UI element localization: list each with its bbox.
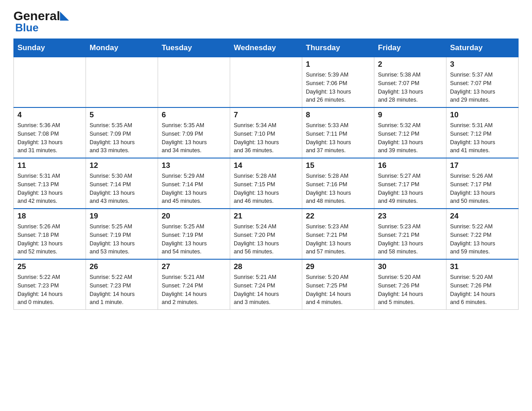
day-info: Sunrise: 5:28 AM Sunset: 7:16 PM Dayligh… xyxy=(306,172,370,206)
calendar-week-2: 4Sunrise: 5:36 AM Sunset: 7:08 PM Daylig… xyxy=(14,107,519,158)
day-number: 23 xyxy=(378,212,442,221)
calendar-cell: 28Sunrise: 5:21 AM Sunset: 7:24 PM Dayli… xyxy=(230,259,302,310)
day-number: 15 xyxy=(306,161,370,170)
calendar-cell xyxy=(86,57,158,108)
svg-marker-0 xyxy=(60,12,69,21)
calendar-header-friday: Friday xyxy=(374,39,446,57)
day-number: 31 xyxy=(450,262,515,271)
page-header: General Blue xyxy=(13,9,519,34)
calendar-cell: 27Sunrise: 5:21 AM Sunset: 7:24 PM Dayli… xyxy=(158,259,230,310)
day-number: 20 xyxy=(162,212,226,221)
day-number: 4 xyxy=(17,111,82,120)
day-number: 2 xyxy=(378,60,442,69)
calendar-week-5: 25Sunrise: 5:22 AM Sunset: 7:23 PM Dayli… xyxy=(14,259,519,310)
calendar-header-sunday: Sunday xyxy=(14,39,86,57)
day-number: 7 xyxy=(234,111,298,120)
day-info: Sunrise: 5:22 AM Sunset: 7:23 PM Dayligh… xyxy=(17,273,82,307)
calendar-header-tuesday: Tuesday xyxy=(158,39,230,57)
day-info: Sunrise: 5:37 AM Sunset: 7:07 PM Dayligh… xyxy=(450,71,515,104)
calendar-header-monday: Monday xyxy=(86,39,158,57)
day-number: 24 xyxy=(450,212,515,221)
calendar-week-1: 1Sunrise: 5:39 AM Sunset: 7:06 PM Daylig… xyxy=(14,57,519,108)
calendar-cell: 26Sunrise: 5:22 AM Sunset: 7:23 PM Dayli… xyxy=(86,259,158,310)
day-info: Sunrise: 5:32 AM Sunset: 7:12 PM Dayligh… xyxy=(378,121,442,155)
calendar-cell: 17Sunrise: 5:26 AM Sunset: 7:17 PM Dayli… xyxy=(446,158,519,209)
calendar-week-4: 18Sunrise: 5:26 AM Sunset: 7:18 PM Dayli… xyxy=(14,209,519,259)
calendar-cell: 24Sunrise: 5:22 AM Sunset: 7:22 PM Dayli… xyxy=(446,209,519,259)
calendar-cell: 6Sunrise: 5:35 AM Sunset: 7:09 PM Daylig… xyxy=(158,107,230,158)
calendar-cell: 5Sunrise: 5:35 AM Sunset: 7:09 PM Daylig… xyxy=(86,107,158,158)
day-number: 21 xyxy=(234,212,298,221)
calendar-header-wednesday: Wednesday xyxy=(230,39,302,57)
day-number: 8 xyxy=(306,111,370,120)
day-number: 27 xyxy=(162,262,226,271)
day-info: Sunrise: 5:22 AM Sunset: 7:23 PM Dayligh… xyxy=(90,273,154,307)
day-info: Sunrise: 5:38 AM Sunset: 7:07 PM Dayligh… xyxy=(378,71,442,104)
calendar-cell: 19Sunrise: 5:25 AM Sunset: 7:19 PM Dayli… xyxy=(86,209,158,259)
logo-triangle-icon xyxy=(60,12,69,21)
day-number: 19 xyxy=(90,212,154,221)
calendar-cell: 1Sunrise: 5:39 AM Sunset: 7:06 PM Daylig… xyxy=(302,57,374,108)
calendar-cell: 8Sunrise: 5:33 AM Sunset: 7:11 PM Daylig… xyxy=(302,107,374,158)
day-info: Sunrise: 5:23 AM Sunset: 7:21 PM Dayligh… xyxy=(306,223,370,256)
logo: General Blue xyxy=(13,9,69,34)
calendar-cell: 15Sunrise: 5:28 AM Sunset: 7:16 PM Dayli… xyxy=(302,158,374,209)
day-info: Sunrise: 5:31 AM Sunset: 7:13 PM Dayligh… xyxy=(17,172,82,206)
calendar-header-row: SundayMondayTuesdayWednesdayThursdayFrid… xyxy=(14,39,519,57)
day-info: Sunrise: 5:25 AM Sunset: 7:19 PM Dayligh… xyxy=(162,223,226,256)
calendar-cell xyxy=(230,57,302,108)
day-number: 22 xyxy=(306,212,370,221)
calendar-cell: 20Sunrise: 5:25 AM Sunset: 7:19 PM Dayli… xyxy=(158,209,230,259)
calendar-cell: 7Sunrise: 5:34 AM Sunset: 7:10 PM Daylig… xyxy=(230,107,302,158)
day-info: Sunrise: 5:36 AM Sunset: 7:08 PM Dayligh… xyxy=(17,121,82,155)
day-number: 28 xyxy=(234,262,298,271)
calendar-header-saturday: Saturday xyxy=(446,39,519,57)
day-info: Sunrise: 5:30 AM Sunset: 7:14 PM Dayligh… xyxy=(90,172,154,206)
day-info: Sunrise: 5:28 AM Sunset: 7:15 PM Dayligh… xyxy=(234,172,298,206)
day-info: Sunrise: 5:34 AM Sunset: 7:10 PM Dayligh… xyxy=(234,121,298,155)
calendar-cell: 2Sunrise: 5:38 AM Sunset: 7:07 PM Daylig… xyxy=(374,57,446,108)
calendar-cell: 22Sunrise: 5:23 AM Sunset: 7:21 PM Dayli… xyxy=(302,209,374,259)
calendar-cell: 14Sunrise: 5:28 AM Sunset: 7:15 PM Dayli… xyxy=(230,158,302,209)
day-number: 10 xyxy=(450,111,515,120)
day-info: Sunrise: 5:20 AM Sunset: 7:26 PM Dayligh… xyxy=(450,273,515,307)
day-number: 29 xyxy=(306,262,370,271)
day-info: Sunrise: 5:39 AM Sunset: 7:06 PM Dayligh… xyxy=(306,71,370,104)
calendar-cell: 11Sunrise: 5:31 AM Sunset: 7:13 PM Dayli… xyxy=(14,158,86,209)
day-info: Sunrise: 5:35 AM Sunset: 7:09 PM Dayligh… xyxy=(90,121,154,155)
calendar-cell: 16Sunrise: 5:27 AM Sunset: 7:17 PM Dayli… xyxy=(374,158,446,209)
day-info: Sunrise: 5:35 AM Sunset: 7:09 PM Dayligh… xyxy=(162,121,226,155)
day-number: 1 xyxy=(306,60,370,69)
calendar-week-3: 11Sunrise: 5:31 AM Sunset: 7:13 PM Dayli… xyxy=(14,158,519,209)
day-number: 30 xyxy=(378,262,442,271)
calendar-cell: 29Sunrise: 5:20 AM Sunset: 7:25 PM Dayli… xyxy=(302,259,374,310)
day-number: 13 xyxy=(162,161,226,170)
day-info: Sunrise: 5:25 AM Sunset: 7:19 PM Dayligh… xyxy=(90,223,154,256)
day-number: 9 xyxy=(378,111,442,120)
day-info: Sunrise: 5:21 AM Sunset: 7:24 PM Dayligh… xyxy=(162,273,226,307)
logo-blue-line: Blue xyxy=(13,21,39,34)
calendar-cell xyxy=(158,57,230,108)
day-info: Sunrise: 5:33 AM Sunset: 7:11 PM Dayligh… xyxy=(306,121,370,155)
calendar-cell: 12Sunrise: 5:30 AM Sunset: 7:14 PM Dayli… xyxy=(86,158,158,209)
day-info: Sunrise: 5:23 AM Sunset: 7:21 PM Dayligh… xyxy=(378,223,442,256)
day-info: Sunrise: 5:29 AM Sunset: 7:14 PM Dayligh… xyxy=(162,172,226,206)
day-number: 12 xyxy=(90,161,154,170)
day-number: 17 xyxy=(450,161,515,170)
calendar-cell: 25Sunrise: 5:22 AM Sunset: 7:23 PM Dayli… xyxy=(14,259,86,310)
calendar-cell: 21Sunrise: 5:24 AM Sunset: 7:20 PM Dayli… xyxy=(230,209,302,259)
day-number: 3 xyxy=(450,60,515,69)
calendar-cell: 3Sunrise: 5:37 AM Sunset: 7:07 PM Daylig… xyxy=(446,57,519,108)
calendar-cell: 23Sunrise: 5:23 AM Sunset: 7:21 PM Dayli… xyxy=(374,209,446,259)
day-info: Sunrise: 5:20 AM Sunset: 7:26 PM Dayligh… xyxy=(378,273,442,307)
day-info: Sunrise: 5:22 AM Sunset: 7:22 PM Dayligh… xyxy=(450,223,515,256)
day-number: 25 xyxy=(17,262,82,271)
day-info: Sunrise: 5:26 AM Sunset: 7:18 PM Dayligh… xyxy=(17,223,82,256)
day-info: Sunrise: 5:24 AM Sunset: 7:20 PM Dayligh… xyxy=(234,223,298,256)
calendar-cell: 13Sunrise: 5:29 AM Sunset: 7:14 PM Dayli… xyxy=(158,158,230,209)
day-number: 14 xyxy=(234,161,298,170)
calendar-cell: 9Sunrise: 5:32 AM Sunset: 7:12 PM Daylig… xyxy=(374,107,446,158)
day-number: 11 xyxy=(17,161,82,170)
day-info: Sunrise: 5:20 AM Sunset: 7:25 PM Dayligh… xyxy=(306,273,370,307)
day-info: Sunrise: 5:21 AM Sunset: 7:24 PM Dayligh… xyxy=(234,273,298,307)
